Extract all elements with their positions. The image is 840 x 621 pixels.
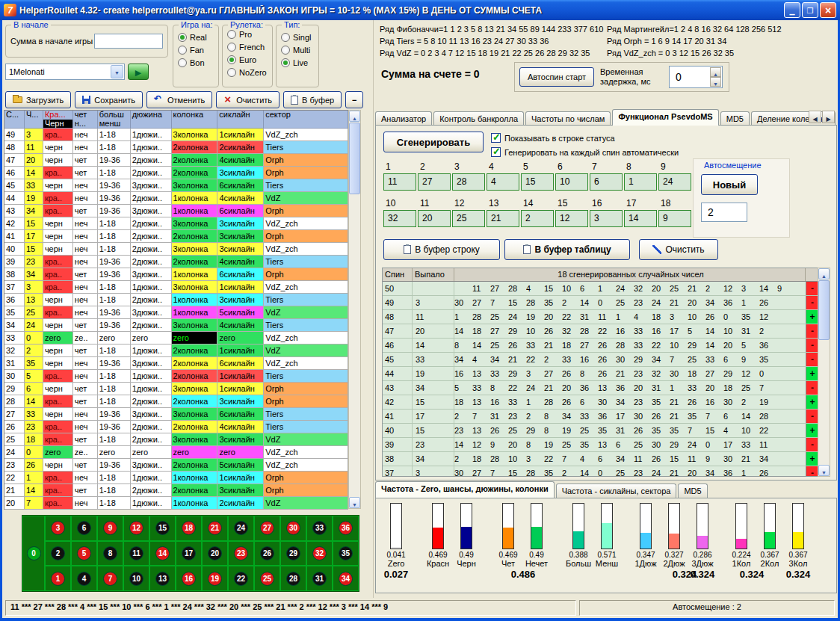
board-cell-34[interactable]: 34	[333, 566, 359, 591]
table-row[interactable]: 240zeroze..zerozerozerozeroVdZ_zch	[4, 446, 348, 459]
board-cell-5[interactable]: 5	[71, 541, 97, 566]
scroll-up-icon[interactable]	[349, 111, 360, 122]
board-cell-22[interactable]: 22	[228, 566, 254, 591]
generated-row[interactable]: 48111282524192022311114183102603512+	[383, 310, 830, 324]
column-header[interactable]: Кра...Черн	[43, 111, 73, 129]
generated-number-cell[interactable]: 25	[452, 210, 485, 227]
board-cell-31[interactable]: 31	[306, 566, 333, 591]
table-row[interactable]: 4533черннеч19-363дюжи..3колонка6сиклайнT…	[4, 179, 348, 192]
board-cell-6[interactable]: 6	[71, 516, 97, 541]
statusline-checkbox-row[interactable]: Показывать в строке статуса	[491, 133, 615, 143]
generated-table-scrollbar[interactable]	[818, 268, 830, 477]
generated-row[interactable]: 4117273123283433361730262135761428-	[383, 410, 830, 424]
play-button[interactable]	[128, 64, 149, 80]
generated-row[interactable]: 4419161333293272682621233230182729120+	[383, 367, 830, 381]
table-row[interactable]: 322чернчет1-181дюжи..2колонка1сиклайнVdZ	[4, 345, 348, 357]
toolbar-button-clipboard[interactable]: В буфер	[283, 91, 342, 108]
tab-3[interactable]: Частоты по числам	[525, 111, 611, 126]
radio-option-Pro[interactable]: Pro	[227, 30, 272, 39]
tab-4[interactable]: Функционал PsevdoMS	[612, 109, 718, 126]
generated-number-cell[interactable]: 15	[521, 173, 554, 191]
table-row[interactable]: 2733черннеч19-363дюжи..3колонка6сиклайнT…	[4, 408, 348, 421]
board-cell-15[interactable]: 15	[149, 516, 176, 541]
radio-option-Fan[interactable]: Fan	[178, 46, 218, 55]
board-cell-9[interactable]: 9	[97, 516, 123, 541]
checkbox-checked-icon[interactable]	[491, 147, 501, 157]
board-cell-13[interactable]: 13	[149, 566, 176, 591]
generated-number-cell[interactable]: 1	[624, 173, 657, 191]
board-cell-1[interactable]: 1	[45, 566, 71, 591]
autospin-start-button[interactable]: Автоспин старт	[519, 67, 594, 87]
board-cell-21[interactable]: 21	[202, 516, 228, 541]
radio-option-NoZero[interactable]: NoZero	[227, 68, 272, 77]
radio-option-Multi[interactable]: Multi	[281, 46, 318, 55]
column-header[interactable]: С...	[4, 111, 25, 129]
board-cell-2[interactable]: 2	[45, 541, 71, 566]
table-row[interactable]: 2518кра..чет1-182дюжи..3колонка3сиклайнV…	[4, 433, 348, 446]
generated-row[interactable]: 45333443421222331626302934725336935-	[383, 353, 830, 367]
radio-option-Singl[interactable]: Singl	[281, 33, 318, 42]
generated-number-cell[interactable]: 4	[487, 173, 519, 191]
generated-number-cell[interactable]: 32	[383, 210, 416, 227]
toolbar-button-minus[interactable]: −	[345, 91, 363, 108]
autogenerate-checkbox-row[interactable]: Генерировать на каждый спин автоматическ…	[491, 147, 679, 157]
generated-row[interactable]: 50112728415106124322025212123149-	[383, 282, 830, 296]
clear-generated-button[interactable]: Очистить	[639, 239, 718, 260]
radio-option-Bon[interactable]: Bon	[178, 58, 218, 67]
scroll-up-icon[interactable]	[818, 268, 830, 279]
copy-row-button[interactable]: В буфер строку	[383, 239, 500, 260]
toolbar-button-undo[interactable]: Отменить	[146, 91, 212, 108]
tab-5[interactable]: MD5	[720, 111, 750, 126]
radio-option-Real[interactable]: Real	[178, 33, 218, 42]
table-row[interactable]: 3834кра..чет19-363дюжи..1колонка6сиклайн…	[4, 268, 348, 281]
tab-1[interactable]: Анализатор	[375, 111, 432, 126]
generated-number-cell[interactable]: 2	[521, 210, 554, 227]
table-row[interactable]: 3923кра..неч19-362дюжи..2колонка4сиклайн…	[4, 256, 348, 268]
generated-row[interactable]: 433453382224212036133620311332018257-	[383, 381, 830, 395]
board-cell-19[interactable]: 19	[202, 566, 228, 591]
board-cell-3[interactable]: 3	[45, 516, 71, 541]
checkbox-checked-icon[interactable]	[491, 133, 501, 143]
column-header[interactable]: дюжина	[131, 111, 172, 129]
board-cell-29[interactable]: 29	[280, 541, 306, 566]
scroll-down-icon[interactable]	[818, 465, 830, 476]
board-cell-4[interactable]: 4	[71, 566, 97, 591]
table-row[interactable]: 2326чернчет19-363дюжи..2колонка5сиклайнV…	[4, 459, 348, 472]
table-row[interactable]: 2623кра..неч19-362дюжи..2колонка4сиклайн…	[4, 421, 348, 433]
table-row[interactable]: 2814кра..чет1-182дюжи..2колонка3сиклайнO…	[4, 395, 348, 408]
board-cell-8[interactable]: 8	[97, 541, 123, 566]
history-scrollbar[interactable]	[348, 110, 361, 509]
preset-combobox[interactable]: 1Melonati	[5, 64, 125, 80]
table-row[interactable]: 221кра..неч1-181дюжи..1колонка1сиклайнOr…	[4, 472, 348, 484]
column-header[interactable]: четн...	[73, 111, 98, 129]
table-row[interactable]: 3613черннеч1-182дюжи..1колонка3сиклайнTi…	[4, 294, 348, 306]
copy-table-button[interactable]: В буфер таблицу	[504, 239, 630, 260]
chevron-down-icon[interactable]	[111, 65, 123, 78]
board-cell-24[interactable]: 24	[228, 516, 254, 541]
generated-number-cell[interactable]: 11	[383, 173, 416, 191]
board-cell-14[interactable]: 14	[149, 541, 176, 566]
column-header[interactable]: колонка	[172, 111, 218, 129]
board-cell-zero[interactable]: 0	[22, 516, 45, 591]
table-row[interactable]: 207кра..неч1-181дюжи..1колонка2сиклайнVd…	[4, 497, 348, 510]
generated-row[interactable]: 49330277152835214025232421203436126-	[383, 296, 830, 310]
autoshift-value-input[interactable]: 2	[701, 203, 747, 222]
table-row[interactable]: 4720чернчет19-362дюжи..2колонка4сиклайнO…	[4, 154, 348, 167]
tab-2[interactable]: Контроль банкролла	[433, 111, 524, 126]
board-cell-33[interactable]: 33	[306, 516, 333, 541]
table-row[interactable]: 3135черннеч19-363дюжи..2колонка6сиклайнV…	[4, 357, 348, 370]
generated-number-cell[interactable]: 14	[624, 210, 657, 227]
table-row[interactable]: 4015черннеч1-182дюжи..3колонка3сиклайнVd…	[4, 243, 348, 256]
board-cell-25[interactable]: 25	[254, 566, 280, 591]
toolbar-button-disk[interactable]: Сохранить	[75, 91, 143, 108]
table-row[interactable]: 4215черннеч1-182дюжи..3колонка3сиклайнVd…	[4, 217, 348, 230]
generated-number-cell[interactable]: 21	[487, 210, 519, 227]
table-row[interactable]: 4117черннеч1-182дюжи..2колонка3сиклайнOr…	[4, 230, 348, 243]
close-button[interactable]	[820, 2, 836, 18]
table-row[interactable]: 305кра..неч1-181дюжи..2колонка1сиклайнTi…	[4, 370, 348, 383]
board-cell-35[interactable]: 35	[333, 541, 359, 566]
column-header-numbers[interactable]: 18 сгенерированных случайных чисел	[454, 268, 806, 281]
board-cell-11[interactable]: 11	[123, 541, 149, 566]
toolbar-button-folder[interactable]: Загрузить	[5, 91, 71, 108]
spinner-down-icon[interactable]	[710, 77, 721, 87]
